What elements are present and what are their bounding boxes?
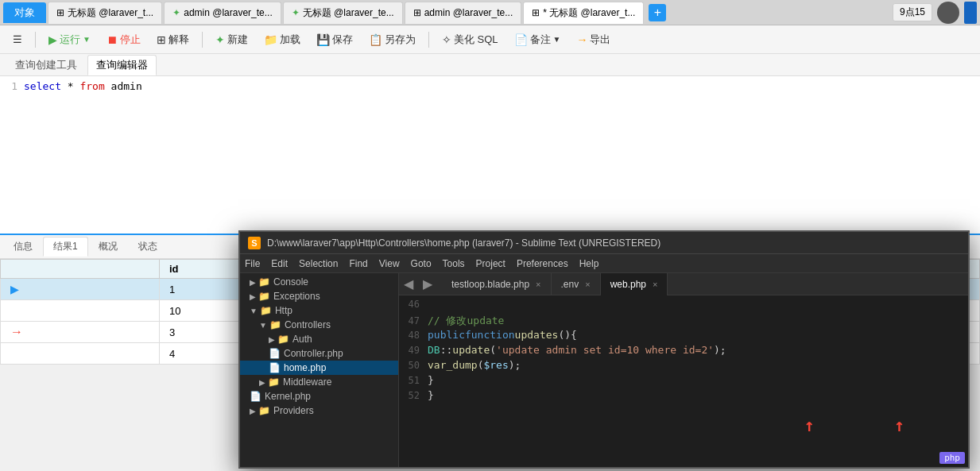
sub-toolbar: 查询创建工具 查询编辑器 bbox=[0, 54, 980, 76]
token-keyword: function bbox=[465, 329, 515, 341]
backup-dropdown-icon: ▼ bbox=[553, 35, 561, 44]
result-tab-overview[interactable]: 概况 bbox=[88, 237, 128, 257]
tree-item[interactable]: 📄 home.php bbox=[240, 361, 398, 375]
menu-preferences[interactable]: Preferences bbox=[517, 258, 568, 269]
line-num-1: 1 bbox=[0, 80, 24, 92]
tree-item[interactable]: ▼ 📁 Controllers bbox=[240, 318, 398, 332]
tree-item-label: home.php bbox=[284, 362, 326, 373]
row-arrow-cell: → bbox=[1, 322, 160, 343]
tree-arrow-icon: ▶ bbox=[250, 292, 256, 301]
tree-arrow-icon: ▶ bbox=[250, 407, 256, 415]
sub-tab-builder[interactable]: 查询创建工具 bbox=[6, 55, 86, 75]
save-button[interactable]: 💾 保存 bbox=[310, 30, 359, 49]
menu-selection[interactable]: Selection bbox=[299, 258, 338, 269]
token-keyword: public bbox=[428, 329, 465, 341]
result-tab-status[interactable]: 状态 bbox=[128, 237, 168, 257]
tab-object[interactable]: 对象 bbox=[3, 2, 46, 23]
kw-from: from bbox=[79, 80, 104, 92]
code-tab[interactable]: testloop.blade.php× bbox=[442, 273, 552, 295]
tab-2[interactable]: ✦ admin @laraver_te... bbox=[164, 2, 281, 24]
tab-4[interactable]: ⊞ admin @laraver_te... bbox=[405, 2, 522, 24]
tree-item-label: Controllers bbox=[285, 319, 331, 330]
menu-goto[interactable]: Goto bbox=[411, 258, 432, 269]
export-button[interactable]: → 导出 bbox=[570, 30, 617, 49]
tree-item-label: Auth bbox=[292, 334, 312, 345]
menu-project[interactable]: Project bbox=[476, 258, 505, 269]
code-line: 51 } bbox=[399, 374, 968, 389]
tab-5[interactable]: ⊞ * 无标题 @laraver_t... bbox=[523, 2, 644, 24]
code-tab[interactable]: .env× bbox=[552, 273, 601, 295]
row-arrow-cell bbox=[1, 343, 160, 365]
tree-item[interactable]: 📄 Controller.php bbox=[240, 346, 398, 361]
folder-icon: 📁 bbox=[258, 291, 270, 302]
top-tabbar: 对象 ⊞ 无标题 @laraver_t... ✦ admin @laraver_… bbox=[0, 0, 980, 25]
run-button[interactable]: ▶ 运行 ▼ bbox=[42, 30, 97, 49]
code-content[interactable]: 4647// 修改update48 public function update… bbox=[399, 295, 968, 467]
row-arrow-cell: ▶ bbox=[1, 279, 160, 300]
row-arrow-cell bbox=[1, 300, 160, 322]
close-tab-button[interactable]: × bbox=[585, 280, 590, 289]
tree-arrow-icon: ▶ bbox=[250, 278, 256, 287]
code-line: 50 var_dump($res); bbox=[399, 359, 968, 374]
beautify-button[interactable]: ✧ 美化 SQL bbox=[436, 30, 505, 49]
table-icon: ⊞ bbox=[56, 7, 64, 18]
play-icon: ▶ bbox=[48, 33, 57, 46]
backup-button[interactable]: 📄 备注 ▼ bbox=[508, 30, 567, 49]
tree-item[interactable]: ▶ 📁 Providers bbox=[240, 403, 398, 418]
save-as-button[interactable]: 📋 另存为 bbox=[362, 30, 422, 49]
col-arrow bbox=[1, 260, 160, 279]
menu-view[interactable]: View bbox=[379, 258, 400, 269]
tab-right-area: 9点15 bbox=[893, 2, 977, 24]
sub-tab-editor[interactable]: 查询编辑器 bbox=[87, 55, 157, 75]
tab-1[interactable]: ⊞ 无标题 @laraver_t... bbox=[48, 2, 162, 24]
line-number: 47 bbox=[399, 315, 428, 326]
close-tab-button[interactable]: × bbox=[536, 280, 540, 289]
token-plain: } bbox=[428, 389, 434, 401]
tree-item-label: Console bbox=[273, 276, 308, 288]
code-tab-label: testloop.blade.php bbox=[451, 279, 529, 290]
tab-scroll-right[interactable]: ▶ bbox=[418, 276, 437, 291]
code-tab[interactable]: web.php× bbox=[601, 273, 668, 295]
tree-item[interactable]: ▶ 📁 Auth bbox=[240, 332, 398, 346]
tab-3[interactable]: ✦ 无标题 @laraver_te... bbox=[283, 2, 403, 24]
main-toolbar: ☰ ▶ 运行 ▼ ⏹ 停止 ⊞ 解释 ✦ 新建 📁 加载 💾 保存 📋 另存为 … bbox=[0, 25, 980, 54]
backup-icon: 📄 bbox=[514, 33, 528, 46]
query-editor[interactable]: 1 select * from admin bbox=[0, 76, 980, 235]
stop-button[interactable]: ⏹ 停止 bbox=[100, 30, 147, 49]
load-button[interactable]: 📁 加载 bbox=[258, 30, 307, 49]
result-tab-info[interactable]: 信息 bbox=[3, 237, 43, 257]
tree-item[interactable]: ▶ 📁 Middleware bbox=[240, 375, 398, 389]
close-tab-button[interactable]: × bbox=[653, 280, 657, 289]
time-badge: 9点15 bbox=[893, 3, 932, 21]
add-tab-button[interactable]: + bbox=[649, 4, 666, 21]
menu-edit[interactable]: Edit bbox=[271, 258, 288, 269]
menu-button[interactable]: ☰ bbox=[6, 31, 29, 48]
code-area: ◀ ▶ testloop.blade.php×.env×web.php× 464… bbox=[399, 273, 968, 467]
tab-scroll-left[interactable]: ◀ bbox=[399, 276, 418, 291]
line-number: 49 bbox=[399, 345, 428, 356]
tree-item[interactable]: 📄 Kernel.php bbox=[240, 389, 398, 403]
tree-item[interactable]: ▶ 📁 Exceptions bbox=[240, 289, 398, 303]
result-tab-result1[interactable]: 结果1 bbox=[43, 237, 88, 257]
sublime-window: S D:\www\laraver7\app\Http\Controllers\h… bbox=[238, 230, 970, 469]
token-plain: :: bbox=[440, 344, 453, 356]
token-plain: ( bbox=[478, 359, 484, 371]
menu-find[interactable]: Find bbox=[349, 258, 367, 269]
tree-item-label: Middleware bbox=[283, 376, 331, 388]
menu-file[interactable]: File bbox=[245, 258, 260, 269]
file-icon: 📄 bbox=[269, 362, 281, 373]
new-button[interactable]: ✦ 新建 bbox=[209, 30, 254, 49]
menu-tools[interactable]: Tools bbox=[443, 258, 465, 269]
php-badge: php bbox=[939, 452, 965, 464]
code-tab-label: .env bbox=[561, 279, 579, 290]
tree-item[interactable]: ▶ 📁 Console bbox=[240, 275, 398, 289]
tree-item[interactable]: ▼ 📁 Http bbox=[240, 303, 398, 318]
menu-help[interactable]: Help bbox=[579, 258, 599, 269]
token-plain: ); bbox=[509, 359, 521, 371]
right-panel-toggle[interactable] bbox=[964, 2, 977, 24]
run-dropdown-icon: ▼ bbox=[83, 35, 91, 44]
line-number: 51 bbox=[399, 375, 428, 386]
blue-arrow-icon: ▶ bbox=[10, 284, 18, 295]
explain-button[interactable]: ⊞ 解释 bbox=[150, 30, 196, 49]
token-function: updates bbox=[515, 329, 559, 341]
